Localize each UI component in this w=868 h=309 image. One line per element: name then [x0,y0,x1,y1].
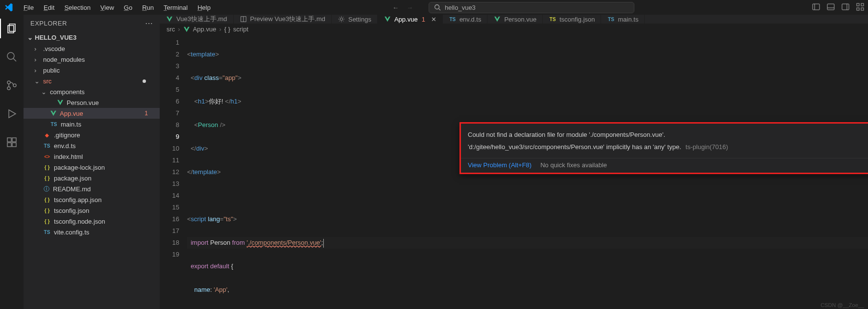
no-quick-fix-text: No quick fixes available [540,161,607,169]
file-item[interactable]: { }tsconfig.json [24,205,160,216]
search-text: hello_vue3 [445,4,476,11]
tab-main.ts[interactable]: TSmain.ts [601,15,645,24]
layout-panel-icon[interactable] [827,3,835,12]
svg-point-14 [7,52,14,59]
svg-rect-9 [861,3,864,6]
folder-item[interactable]: ⌄components [24,86,160,97]
svg-point-18 [13,84,16,87]
svg-rect-20 [7,138,11,142]
file-item[interactable]: App.vue1 [24,108,160,119]
svg-rect-8 [857,3,859,6]
svg-marker-19 [9,110,16,118]
file-item[interactable]: { }tsconfig.node.json [24,216,160,227]
svg-rect-4 [827,4,834,10]
menu-run[interactable]: Run [138,2,158,13]
svg-rect-10 [857,8,859,10]
svg-point-28 [340,18,342,20]
activity-search-icon[interactable] [0,47,24,67]
layout-controls [812,3,864,12]
layout-sidebar-right-icon[interactable] [842,3,849,12]
file-item[interactable]: TSenv.d.ts [24,140,160,151]
activity-debug-icon[interactable] [0,104,24,124]
svg-rect-21 [12,138,16,142]
file-item[interactable]: TSvite.config.ts [24,227,160,237]
tab-env.d.ts[interactable]: TSenv.d.ts [443,15,488,24]
vue-icon [183,26,190,33]
file-item[interactable]: ◆.gitignore [24,129,160,140]
layout-customize-icon[interactable] [856,3,864,12]
menubar: File Edit Selection View Go Run Terminal… [0,0,868,15]
svg-rect-22 [7,143,11,147]
file-item[interactable]: TSmain.ts [24,119,160,129]
folder-item[interactable]: ›public [24,65,160,76]
command-center[interactable]: hello_vue3 [429,2,634,13]
sidebar-section[interactable]: ⌄ HELLO_VUE3 [24,32,160,43]
breadcrumbs[interactable]: src › App.vue › { } script [160,24,868,35]
search-icon [434,4,441,11]
nav-back-icon[interactable]: ← [392,4,399,11]
chevron-right-icon: › [219,26,221,33]
svg-rect-2 [813,4,820,10]
svg-line-15 [13,58,16,61]
tab-preview-vue3快速上手.md[interactable]: Preview Vue3快速上手.md [234,15,332,24]
tab-settings[interactable]: Settings [332,15,378,24]
activity-explorer-icon[interactable] [0,19,24,38]
menu-file[interactable]: File [20,2,38,13]
diagnostic-hover: Could not find a declaration file for mo… [459,122,868,174]
file-item[interactable]: <>index.html [24,151,160,162]
menu-selection[interactable]: Selection [60,2,94,13]
view-problem-link[interactable]: View Problem (Alt+F8) [468,161,531,169]
svg-rect-6 [842,4,849,10]
activity-extensions-icon[interactable] [0,132,24,152]
svg-line-1 [439,9,441,11]
svg-point-16 [7,81,10,84]
activity-bar [0,15,24,309]
tab-person.vue[interactable]: Person.vue [487,15,543,24]
editor-area: Vue3快速上手.mdPreview Vue3快速上手.mdSettingsAp… [160,15,868,309]
tab-app.vue[interactable]: App.vue1✕ [378,15,443,24]
svg-rect-23 [12,143,16,147]
code-editor[interactable]: 12345678910111213141516171819 <template>… [160,35,868,309]
diagnostic-message: Could not find a declaration file for mo… [461,124,868,158]
svg-rect-11 [861,8,864,10]
file-item[interactable]: { }tsconfig.app.json [24,194,160,205]
svg-text:i: i [46,185,48,191]
diagnostic-actions: View Problem (Alt+F8) No quick fixes ava… [461,158,868,173]
menu-view[interactable]: View [96,2,118,13]
tab-tsconfig.json[interactable]: TStsconfig.json [543,15,601,24]
sidebar-title: EXPLORER ⋯ [24,15,160,32]
folder-item[interactable]: ⌄src [24,76,160,86]
sidebar: EXPLORER ⋯ ⌄ HELLO_VUE3 ›.vscode›node_mo… [24,15,160,309]
close-icon: ✕ [431,16,436,23]
file-item[interactable]: { }package.json [24,173,160,183]
nav-forward-icon[interactable]: → [407,4,413,11]
activity-scm-icon[interactable] [0,76,24,95]
vscode-logo-icon [4,2,14,12]
layout-sidebar-left-icon[interactable] [812,3,820,12]
file-item[interactable]: Person.vue [24,97,160,108]
menu-edit[interactable]: Edit [40,2,58,13]
editor-tabs: Vue3快速上手.mdPreview Vue3快速上手.mdSettingsAp… [160,15,868,24]
file-item[interactable]: { }package-lock.json [24,162,160,173]
file-item[interactable]: iREADME.md [24,183,160,194]
tab-vue3快速上手.md[interactable]: Vue3快速上手.md [160,15,234,24]
file-tree: ›.vscode›node_modules›public⌄src⌄compone… [24,43,160,309]
sidebar-more-icon[interactable]: ⋯ [145,19,153,28]
folder-item[interactable]: ›node_modules [24,54,160,65]
chevron-right-icon: › [178,26,180,33]
line-gutter: 12345678910111213141516171819 [160,35,187,309]
menu-terminal[interactable]: Terminal [160,2,192,13]
menu-go[interactable]: Go [120,2,136,13]
folder-item[interactable]: ›.vscode [24,43,160,54]
svg-point-0 [435,5,439,9]
menu-help[interactable]: Help [193,2,215,13]
chevron-down-icon: ⌄ [27,34,33,41]
watermark: CSDN @__Zoe__ [820,302,864,308]
svg-point-17 [7,87,10,90]
